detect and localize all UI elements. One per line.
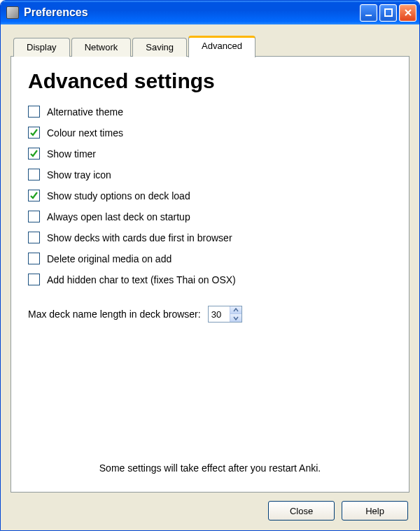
option-row: Colour next times <box>28 127 392 139</box>
app-icon <box>6 6 19 19</box>
close-icon <box>403 8 413 17</box>
option-checkbox[interactable] <box>28 127 40 139</box>
option-row: Show tray icon <box>28 169 392 180</box>
option-row: Show decks with cards due first in brows… <box>28 232 392 243</box>
maximize-icon <box>384 8 393 17</box>
content-area: Display Network Saving Advanced Advanced… <box>1 24 419 530</box>
option-label[interactable]: Colour next times <box>47 127 123 139</box>
chevron-down-icon <box>233 316 239 320</box>
spin-down-button[interactable] <box>230 314 241 322</box>
window-title: Preferences <box>24 6 360 19</box>
restart-note: Some settings will take effect after you… <box>28 462 392 474</box>
help-button[interactable]: Help <box>342 501 408 521</box>
title-bar: Preferences <box>1 1 419 24</box>
option-label[interactable]: Show decks with cards due first in brows… <box>47 232 232 243</box>
option-checkbox[interactable] <box>28 190 40 201</box>
maximize-button[interactable] <box>379 4 397 22</box>
option-row: Delete original media on add <box>28 253 392 264</box>
max-deck-name-row: Max deck name length in deck browser: <box>28 306 392 323</box>
option-label[interactable]: Show timer <box>47 148 96 160</box>
minimize-button[interactable] <box>360 4 377 22</box>
tab-saving[interactable]: Saving <box>132 38 187 57</box>
option-checkbox[interactable] <box>28 148 40 160</box>
window-controls <box>360 4 416 22</box>
tab-strip: Display Network Saving Advanced <box>13 36 410 57</box>
check-icon <box>29 149 38 158</box>
tab-display[interactable]: Display <box>13 38 70 57</box>
option-label[interactable]: Add hidden char to text (fixes Thai on O… <box>47 274 236 285</box>
svg-rect-1 <box>385 9 392 16</box>
close-button[interactable]: Close <box>268 501 335 521</box>
tab-network[interactable]: Network <box>71 38 132 57</box>
minimize-icon <box>364 8 374 17</box>
chevron-up-icon <box>233 308 239 312</box>
option-checkbox[interactable] <box>28 211 40 222</box>
option-label[interactable]: Show study options on deck load <box>47 190 190 201</box>
option-row: Alternative theme <box>28 106 392 118</box>
tab-advanced[interactable]: Advanced <box>188 36 255 57</box>
max-deck-name-spinbox[interactable] <box>208 306 242 323</box>
preferences-window: Preferences Display Network Saving Advan… <box>0 0 420 531</box>
svg-rect-0 <box>365 15 372 16</box>
tab-panel-advanced: Advanced settings Alternative themeColou… <box>10 56 410 493</box>
spin-up-button[interactable] <box>230 306 241 314</box>
option-row: Always open last deck on startup <box>28 211 392 222</box>
check-icon <box>29 128 38 137</box>
option-label[interactable]: Show tray icon <box>47 169 111 180</box>
option-label[interactable]: Alternative theme <box>47 106 123 118</box>
page-heading: Advanced settings <box>28 69 392 93</box>
option-label[interactable]: Delete original media on add <box>47 253 172 264</box>
option-checkbox[interactable] <box>28 232 40 243</box>
option-checkbox[interactable] <box>28 274 40 285</box>
close-window-button[interactable] <box>399 4 416 22</box>
option-row: Show study options on deck load <box>28 190 392 201</box>
dialog-button-bar: Close Help <box>10 493 410 521</box>
option-row: Show timer <box>28 148 392 160</box>
option-checkbox[interactable] <box>28 253 40 264</box>
option-row: Add hidden char to text (fixes Thai on O… <box>28 274 392 285</box>
check-icon <box>29 191 38 200</box>
spin-buttons <box>230 306 241 322</box>
option-checkbox[interactable] <box>28 169 40 180</box>
option-checkbox[interactable] <box>28 106 40 118</box>
max-deck-name-input[interactable] <box>209 306 230 322</box>
max-deck-name-label: Max deck name length in deck browser: <box>28 309 201 320</box>
option-label[interactable]: Always open last deck on startup <box>47 211 190 222</box>
